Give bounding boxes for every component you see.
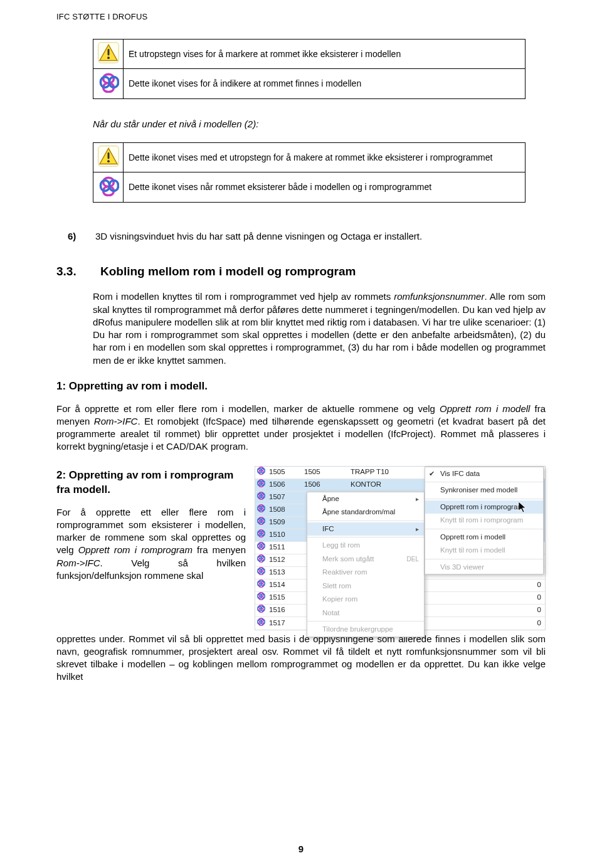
subsection-heading-2: 2: Oppretting av rom i romprogram fra mo… <box>56 468 246 497</box>
list-item-text: 3D visningsvinduet hvis du har satt på d… <box>95 230 546 243</box>
knot-icon <box>98 71 119 93</box>
submenu-item-sync[interactable]: Synkroniser med modell <box>425 484 543 497</box>
knot-icon <box>255 504 267 516</box>
knot-icon <box>255 592 267 603</box>
cell-zero: 0 <box>534 605 545 615</box>
menu-item-mark-outgoing: Merk som utgåttDEL <box>307 553 424 566</box>
knot-icon <box>255 554 267 566</box>
text-span: For å opprette et rom eller flere rom i … <box>56 403 440 414</box>
document-header: IFC STØTTE I DROFUS <box>56 11 546 23</box>
knot-icon <box>255 467 267 478</box>
cell-roomnum: 1507 <box>267 492 302 502</box>
knot-icon <box>255 567 267 578</box>
knot-icon-cell <box>93 172 124 203</box>
legend-text: Dette ikonet vises med et utropstegn for… <box>124 142 525 172</box>
body-paragraph: opprettes under. Rommet vil så bli oppre… <box>56 633 546 684</box>
legend-text: Et utropstegn vises for å markere at rom… <box>124 39 525 69</box>
cell-roomnum2: 1505 <box>302 467 348 477</box>
knot-icon <box>255 618 267 629</box>
menu-item-ifc[interactable]: IFC▸ <box>307 522 424 536</box>
menu-item-open-std[interactable]: Åpne standardrom/mal <box>307 505 424 519</box>
body-paragraph: For å opprette ett eller flere rom i rom… <box>56 506 246 583</box>
knot-icon <box>255 605 267 616</box>
icon-legend-table-2: Dette ikonet vises med et utropstegn for… <box>93 142 525 203</box>
warning-icon <box>98 42 119 63</box>
cell-roomnum: 1515 <box>267 593 302 603</box>
knot-icon <box>255 580 267 591</box>
cell-roomnum: 1505 <box>267 467 302 477</box>
knot-icon <box>255 492 267 503</box>
screenshot-room-list: 15051505TRAPP T10015061506KONTOR01507015… <box>255 466 546 630</box>
knot-icon-cell <box>93 69 124 99</box>
cell-zero: 0 <box>534 593 545 603</box>
page-number: 9 <box>0 843 602 855</box>
cell-roomnum2: 1506 <box>302 480 348 490</box>
cell-roomnum: 1510 <box>267 530 302 540</box>
icon-legend-table-1: Et utropstegn vises for å markere at rom… <box>93 39 525 100</box>
submenu-item-create-in-model[interactable]: Opprett rom i modell <box>425 531 543 544</box>
cell-zero: 0 <box>534 618 545 628</box>
menu-item-open[interactable]: Åpne▸ <box>307 492 424 506</box>
chevron-right-icon: ▸ <box>416 525 419 534</box>
menu-item-reactivate: Reaktiver rom <box>307 566 424 580</box>
section-heading: 3.3. Kobling mellom rom i modell og romp… <box>56 263 546 280</box>
subheading-italic: Når du står under et nivå i modellen (2)… <box>93 118 546 130</box>
cell-zero: 0 <box>534 580 545 590</box>
context-menu[interactable]: Åpne▸ Åpne standardrom/mal IFC▸ Legg til… <box>307 492 425 637</box>
cell-roomnum: 1514 <box>267 580 302 590</box>
submenu-item-create-in-romprogram[interactable]: Opprett rom i romprogram <box>425 500 543 514</box>
cursor-icon <box>518 502 527 513</box>
italic-term: Opprett rom i romprogram <box>78 544 193 555</box>
menu-item-copy: Kopier rom <box>307 593 424 606</box>
context-submenu-ifc[interactable]: Vis IFC data Synkroniser med modell Oppr… <box>425 467 544 575</box>
menu-item-add-room: Legg til rom <box>307 539 424 553</box>
knot-icon <box>255 517 267 528</box>
text-span: fra menyen <box>193 544 246 555</box>
knot-icon <box>255 479 267 490</box>
submenu-item-3d-viewer: Vis 3D viewer <box>425 561 543 574</box>
italic-term: Rom->IFC <box>94 416 138 426</box>
body-paragraph: Rom i modellen knyttes til rom i romprog… <box>93 290 546 367</box>
menu-item-assign: Tilordne brukergruppe <box>307 623 424 637</box>
subsection-heading-1: 1: Oppretting av rom i modell. <box>56 379 546 394</box>
warning-icon <box>98 146 119 167</box>
warning-icon-cell <box>93 142 124 172</box>
menu-item-note: Notat <box>307 606 424 620</box>
cell-roomnum: 1513 <box>267 568 302 578</box>
cell-roomnum: 1506 <box>267 480 302 490</box>
cell-roomnum: 1516 <box>267 605 302 615</box>
text-span: Rom i modellen knyttes til rom i romprog… <box>93 291 394 302</box>
cell-roomnum: 1508 <box>267 505 302 515</box>
submenu-item-vis-ifc[interactable]: Vis IFC data <box>425 467 543 481</box>
knot-icon <box>255 529 267 541</box>
knot-icon <box>98 175 119 196</box>
section-number: 3.3. <box>56 263 84 280</box>
body-paragraph: For å opprette et rom eller flere rom i … <box>56 403 546 453</box>
legend-text: Dette ikonet vises for å indikere at rom… <box>124 69 525 99</box>
chevron-right-icon: ▸ <box>416 495 419 504</box>
italic-term: Rom->IFC <box>56 558 100 568</box>
italic-term: Opprett rom i modell <box>440 403 530 414</box>
cell-roomnum: 1517 <box>267 618 302 628</box>
italic-term: romfunksjonsnummer <box>394 291 484 302</box>
text-span: . Alle rom som skal knyttes til romprogr… <box>93 291 546 365</box>
cell-roomnum: 1512 <box>267 555 302 565</box>
cell-roomnum: 1511 <box>267 542 302 553</box>
warning-icon-cell <box>93 39 124 69</box>
cell-roomnum: 1509 <box>267 517 302 527</box>
list-item-number: 6) <box>68 230 87 243</box>
list-item-6: 6) 3D visningsvinduet hvis du har satt p… <box>68 230 546 243</box>
submenu-item-link-model: Knytt til rom i modell <box>425 544 543 558</box>
menu-item-delete: Slett rom <box>307 580 424 593</box>
knot-icon <box>255 542 267 553</box>
section-title: Kobling mellom rom i modell og romprogra… <box>100 263 356 280</box>
legend-text: Dette ikonet vises når rommet eksisterer… <box>124 172 525 203</box>
submenu-item-link-romprogram: Knytt til rom i romprogram <box>425 514 543 527</box>
